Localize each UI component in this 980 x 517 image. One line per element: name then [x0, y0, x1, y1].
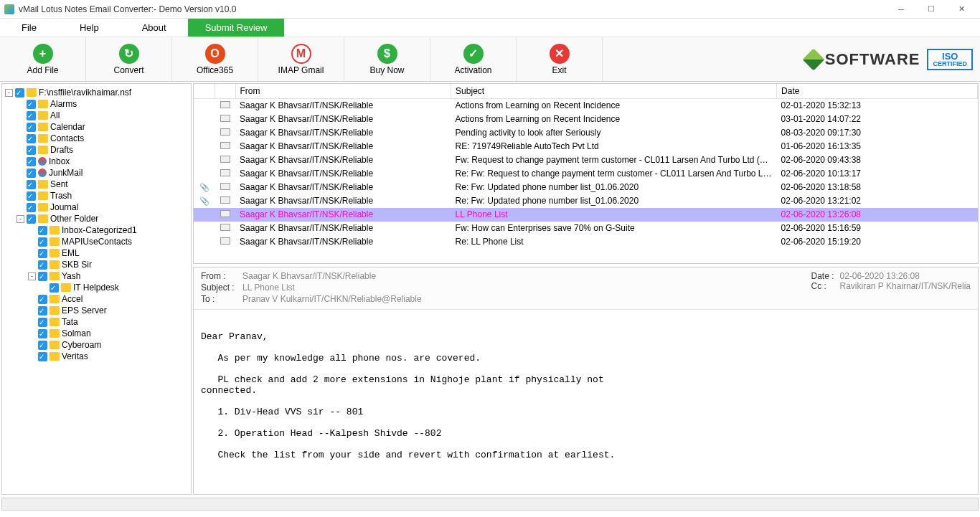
tree-node[interactable]: Veritas	[28, 351, 189, 362]
checkbox[interactable]	[15, 88, 24, 98]
maximize-button[interactable]: ☐	[917, 1, 946, 17]
tree-node[interactable]: Alarms	[17, 98, 189, 110]
checkbox[interactable]	[38, 329, 47, 338]
mail-row[interactable]: Saagar K Bhavsar/IT/NSK/ReliableActions …	[194, 99, 978, 113]
mail-from: Saagar K Bhavsar/IT/NSK/Reliable	[235, 194, 451, 208]
menu-file[interactable]: File	[0, 19, 58, 37]
checkbox[interactable]	[38, 341, 47, 350]
tree-node[interactable]: EPS Server	[28, 305, 189, 316]
folder-icon	[50, 318, 60, 326]
preview-cc-label: Cc :	[811, 281, 839, 291]
checkbox[interactable]	[27, 123, 36, 132]
checkbox[interactable]	[38, 295, 47, 304]
col-icon[interactable]	[215, 84, 235, 99]
checkbox[interactable]	[38, 237, 47, 247]
tree-node[interactable]: Accel	[28, 293, 189, 305]
mail-row[interactable]: Saagar K Bhavsar/IT/NSK/ReliableFw: Requ…	[194, 153, 978, 167]
mail-row[interactable]: Saagar K Bhavsar/IT/NSK/ReliablePending …	[194, 126, 978, 140]
attachment-icon: 📎	[199, 183, 209, 191]
col-date[interactable]: Date	[777, 84, 978, 99]
mail-subject: Pending activity to look after Seriously	[451, 126, 777, 140]
envelope-icon	[220, 224, 230, 231]
checkbox[interactable]	[27, 157, 36, 166]
horizontal-scrollbar[interactable]	[1, 498, 979, 511]
menu-help[interactable]: Help	[58, 19, 121, 37]
tree-node[interactable]: Calendar	[17, 121, 189, 133]
tree-node[interactable]: Inbox-Categorized1	[28, 224, 189, 236]
mail-row[interactable]: Saagar K Bhavsar/IT/NSK/ReliableLL Phone…	[194, 208, 978, 222]
mail-date: 01-06-2020 16:13:35	[777, 140, 978, 153]
tree-node[interactable]: SKB Sir	[28, 259, 189, 270]
expand-toggle[interactable]: -	[17, 215, 24, 223]
col-attach[interactable]	[194, 84, 215, 99]
tree-label: Yash	[62, 270, 80, 282]
mail-row[interactable]: 📎Saagar K Bhavsar/IT/NSK/ReliableRe: Fw:…	[194, 194, 978, 208]
toolbar-convert[interactable]: ↻Convert	[86, 37, 172, 81]
mail-row[interactable]: Saagar K Bhavsar/IT/NSK/ReliableFw: How …	[194, 222, 978, 235]
mail-row[interactable]: Saagar K Bhavsar/IT/NSK/ReliableRe: LL P…	[194, 235, 978, 249]
checkbox[interactable]	[27, 191, 36, 201]
window-title: vMail Lotus Notes Email Converter:- Demo…	[19, 4, 887, 14]
menubar: File Help About Submit Review	[0, 19, 980, 37]
checkbox[interactable]	[27, 100, 36, 109]
toolbar-add-file[interactable]: +Add File	[0, 37, 86, 81]
checkbox[interactable]	[27, 134, 36, 143]
preview-from-label: From :	[201, 271, 242, 281]
tree-node[interactable]: Cyberoam	[28, 339, 189, 351]
toolbar-office365[interactable]: OOffice365	[172, 37, 258, 81]
minimize-button[interactable]: ─	[887, 1, 915, 17]
preview-date-label: Date :	[811, 271, 839, 281]
mail-list[interactable]: From Subject Date Saagar K Bhavsar/IT/NS…	[193, 83, 979, 264]
envelope-icon	[220, 156, 230, 163]
mail-row[interactable]: Saagar K Bhavsar/IT/NSK/ReliableRe: Fw: …	[194, 167, 978, 181]
tree-node[interactable]: All	[17, 110, 189, 121]
toolbar-exit[interactable]: ✕Exit	[517, 37, 603, 81]
tree-node[interactable]: EML	[28, 247, 189, 259]
menu-submit-review[interactable]: Submit Review	[188, 19, 285, 37]
mail-row[interactable]: 📎Saagar K Bhavsar/IT/NSK/ReliableRe: Fw:…	[194, 181, 978, 194]
close-button[interactable]: ✕	[947, 1, 976, 17]
tree-node[interactable]: Journal	[17, 201, 189, 213]
expand-toggle[interactable]: -	[5, 89, 13, 97]
checkbox[interactable]	[38, 306, 47, 316]
toolbar-imap-gmail[interactable]: MIMAP Gmail	[258, 37, 344, 81]
col-subject[interactable]: Subject	[451, 84, 777, 99]
col-from[interactable]: From	[235, 84, 451, 99]
tree-node[interactable]: Solman	[28, 328, 189, 339]
tree-node[interactable]: -Yash	[28, 270, 189, 282]
tree-node[interactable]: Contacts	[17, 133, 189, 144]
checkbox[interactable]	[50, 283, 59, 293]
checkbox[interactable]	[27, 214, 36, 224]
tree-node[interactable]: JunkMail	[17, 167, 189, 179]
tree-node[interactable]: -Other Folder	[17, 213, 189, 224]
checkbox[interactable]	[38, 249, 47, 258]
checkbox[interactable]	[38, 318, 47, 327]
menu-about[interactable]: About	[121, 19, 188, 37]
office365-icon: O	[205, 44, 225, 64]
checkbox[interactable]	[38, 272, 47, 281]
checkbox[interactable]	[38, 352, 47, 361]
tree-node[interactable]: Inbox	[17, 156, 189, 167]
folder-tree[interactable]: -F:\nsffile\ravikhaimar.nsfAlarmsAllCale…	[1, 83, 192, 495]
checkbox[interactable]	[27, 111, 36, 120]
checkbox[interactable]	[27, 169, 36, 178]
tree-node[interactable]: Drafts	[17, 144, 189, 156]
tree-node[interactable]: MAPIUseContacts	[28, 236, 189, 247]
tree-node[interactable]: Sent	[17, 179, 189, 190]
mail-row[interactable]: Saagar K Bhavsar/IT/NSK/ReliableActions …	[194, 113, 978, 126]
checkbox[interactable]	[27, 146, 36, 155]
tree-node[interactable]: IT Helpdesk	[39, 282, 189, 293]
mail-subject: Actions from Learning on Recent Incidenc…	[451, 99, 777, 113]
tree-node[interactable]: Trash	[17, 190, 189, 201]
mail-row[interactable]: Saagar K Bhavsar/IT/NSK/ReliableRE: 7197…	[194, 140, 978, 153]
tree-label: All	[50, 110, 60, 121]
checkbox[interactable]	[38, 226, 47, 235]
tree-node[interactable]: -F:\nsffile\ravikhaimar.nsf	[5, 87, 189, 98]
expand-toggle[interactable]: -	[28, 272, 36, 280]
toolbar-activation[interactable]: ✓Activation	[430, 37, 517, 81]
checkbox[interactable]	[27, 180, 36, 189]
checkbox[interactable]	[38, 260, 47, 270]
toolbar-buy-now[interactable]: $Buy Now	[344, 37, 430, 81]
tree-node[interactable]: Tata	[28, 316, 189, 328]
checkbox[interactable]	[27, 203, 36, 212]
